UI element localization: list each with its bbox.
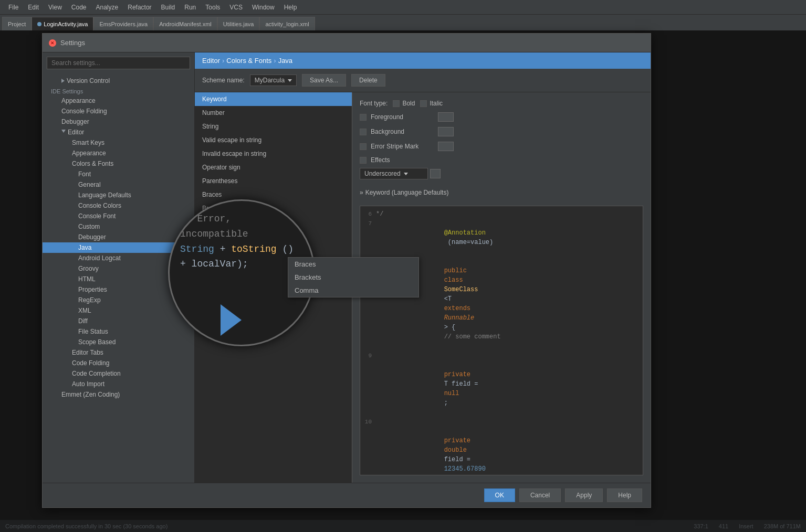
nav-xml[interactable]: XML [43, 305, 194, 316]
nav-colors-fonts[interactable]: Colors & Fonts [43, 158, 194, 169]
nav-debugger-top[interactable]: Debugger [43, 116, 194, 127]
keyword-item-string[interactable]: String [195, 120, 352, 133]
nav-scope-based[interactable]: Scope Based [43, 337, 194, 347]
error-stripe-swatch[interactable] [438, 142, 454, 151]
menu-analyze[interactable]: Analyze [92, 3, 123, 12]
tab-activity-login[interactable]: activity_login.xml [259, 17, 315, 30]
nav-custom-label: Custom [78, 223, 100, 230]
nav-smart-keys[interactable]: Smart Keys [43, 137, 194, 148]
error-stripe-checkbox[interactable] [360, 143, 367, 150]
menu-refactor[interactable]: Refactor [123, 3, 155, 12]
nav-font[interactable]: Font [43, 169, 194, 179]
keyword-item-invalid-escape[interactable]: Invalid escape in string [195, 147, 352, 161]
menu-run[interactable]: Run [180, 3, 200, 12]
nav-console-colors[interactable]: Console Colors [43, 200, 194, 211]
menu-file[interactable]: File [4, 3, 23, 12]
help-button[interactable]: Help [607, 488, 642, 502]
keyword-item-braces[interactable]: Braces [195, 188, 352, 201]
menu-vcs[interactable]: VCS [225, 3, 247, 12]
mag-tostring: toString [231, 244, 276, 254]
foreground-checkbox[interactable] [360, 114, 367, 121]
menu-help[interactable]: Help [280, 3, 301, 12]
nav-version-control-label: Version Control [67, 77, 110, 84]
tab-manifest[interactable]: AndroidManifest.xml [153, 17, 217, 30]
code-text-1: (name=value) [444, 239, 494, 246]
tab-project[interactable]: Project [2, 17, 32, 30]
search-input[interactable] [47, 57, 190, 69]
autocomplete-braces[interactable]: Braces [288, 258, 418, 271]
tab-utilities[interactable]: Utilities.java [217, 17, 260, 30]
effects-checkbox[interactable] [360, 157, 367, 164]
menu-window[interactable]: Window [248, 3, 279, 12]
background-checkbox[interactable] [360, 129, 367, 135]
menu-tools[interactable]: Tools [201, 3, 224, 12]
scheme-bar: Scheme name: MyDarcula Save As... Delete [195, 69, 651, 92]
nav-editor-appearance-label: Appearance [72, 150, 106, 157]
nav-editor-tabs[interactable]: Editor Tabs [43, 347, 194, 358]
nav-general[interactable]: General [43, 179, 194, 190]
autocomplete-brackets[interactable]: Brackets [288, 271, 418, 284]
scheme-dropdown[interactable]: MyDarcula [250, 75, 297, 86]
nav-file-status[interactable]: File Status [43, 326, 194, 337]
tab-login-activity[interactable]: LoginActivity.java [32, 17, 93, 30]
nav-appearance[interactable]: Appearance [43, 95, 194, 106]
font-type-row: Font type: Bold Italic [360, 100, 643, 107]
ok-button[interactable]: OK [484, 488, 515, 502]
keyword-item-number[interactable]: Number [195, 106, 352, 120]
tab-utilities-label: Utilities.java [223, 21, 254, 27]
nav-version-control[interactable]: Version Control [43, 76, 194, 86]
nav-auto-import-label: Auto Import [72, 380, 104, 388]
background-swatch[interactable] [438, 127, 454, 136]
effect-color-swatch[interactable] [430, 169, 441, 178]
keyword-item-keyword[interactable]: Keyword [195, 92, 352, 106]
apply-button[interactable]: Apply [565, 488, 603, 502]
bold-checkbox[interactable] [393, 100, 400, 107]
nav-language-defaults[interactable]: Language Defaults [43, 190, 194, 200]
tab-emsproviders[interactable]: EmsProviders.java [93, 17, 153, 30]
nav-auto-import[interactable]: Auto Import [43, 379, 194, 389]
kw-null: null [444, 390, 459, 397]
annotation-span: @Annotation [444, 229, 486, 237]
breadcrumb-bar: Editor › Colors & Fonts › Java [195, 52, 651, 69]
keyword-item-valid-escape[interactable]: Valid escape in string [195, 133, 352, 147]
menu-build[interactable]: Build [157, 3, 180, 12]
delete-button[interactable]: Delete [351, 74, 385, 87]
autocomplete-comma[interactable]: Comma [288, 284, 418, 297]
menu-edit[interactable]: Edit [24, 3, 43, 12]
effect-type-dropdown[interactable]: Underscored [360, 168, 428, 179]
keyword-item-operator[interactable]: Operator sign [195, 161, 352, 174]
nav-custom[interactable]: Custom [43, 221, 194, 232]
blue-triangle-arrow [221, 304, 242, 336]
nav-debugger[interactable]: Debugger [43, 232, 194, 242]
breadcrumb-sep1: › [222, 57, 224, 65]
nav-console-font[interactable]: Console Font [43, 211, 194, 221]
foreground-label: Foreground [371, 113, 434, 121]
code-preview-panel: 6 */ 7 @Annotation (name=value) [360, 206, 643, 475]
menu-code[interactable]: Code [67, 3, 91, 12]
keyword-defaults-link[interactable]: » Keyword (Language Defaults) [360, 189, 643, 196]
nav-console-colors-label: Console Colors [78, 202, 121, 209]
menu-view[interactable]: View [44, 3, 66, 12]
save-as-button[interactable]: Save As... [302, 74, 346, 87]
nav-diff[interactable]: Diff [43, 316, 194, 326]
nav-general-label: General [78, 181, 101, 188]
cancel-button[interactable]: Cancel [519, 488, 561, 502]
nav-code-completion[interactable]: Code Completion [43, 368, 194, 379]
nav-code-folding[interactable]: Code Folding [43, 358, 194, 368]
nav-emmet[interactable]: Emmet (Zen Coding) [43, 389, 194, 400]
nav-debugger-label: Debugger [78, 233, 106, 241]
scheme-name: MyDarcula [255, 77, 285, 84]
foreground-swatch[interactable] [438, 112, 454, 122]
close-button[interactable]: ✕ [49, 39, 56, 47]
nav-diff-label: Diff [78, 317, 88, 325]
nav-editor[interactable]: Editor [43, 127, 194, 137]
nav-xml-label: XML [78, 307, 91, 314]
italic-checkbox[interactable] [420, 100, 427, 107]
keyword-item-parentheses[interactable]: Parentheses [195, 174, 352, 188]
nav-editor-appearance[interactable]: Appearance [43, 148, 194, 158]
mag-localvar: localVar); [192, 259, 248, 269]
nav-html-label: HTML [78, 275, 96, 283]
nav-console-folding[interactable]: Console Folding [43, 106, 194, 116]
dialog-title: Settings [60, 39, 85, 47]
kw-public: public [444, 267, 470, 274]
